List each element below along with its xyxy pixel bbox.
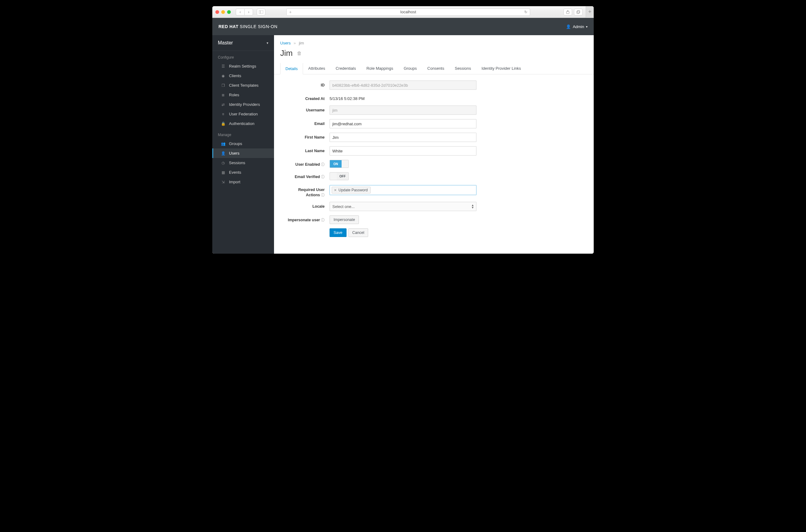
required-actions-input[interactable]: ✕ Update Password <box>330 185 476 195</box>
maximize-window-icon[interactable] <box>227 10 231 14</box>
back-button[interactable]: ‹ <box>236 8 244 15</box>
browser-chrome: ‹ › + localhost ↻ + <box>212 6 594 18</box>
tab-attributes[interactable]: Attributes <box>303 63 330 74</box>
save-button[interactable]: Save <box>330 228 347 237</box>
sidebar-item-label: Events <box>229 170 241 175</box>
user-enabled-toggle[interactable]: ON <box>330 160 349 168</box>
impersonate-button[interactable]: Impersonate <box>330 215 359 224</box>
close-window-icon[interactable] <box>215 10 219 14</box>
sidebar-item-label: Groups <box>229 141 242 146</box>
lock-icon: 🔒 <box>221 121 225 126</box>
tab-credentials[interactable]: Credentials <box>330 63 361 74</box>
sidebar-item-realm-settings[interactable]: ☰ Realm Settings <box>212 61 274 71</box>
user-icon: 👤 <box>566 24 571 29</box>
sliders-icon: ☰ <box>221 64 225 69</box>
main-content: Users » jim Jim 🗑 Details Attributes Cre… <box>274 35 594 254</box>
tabs: Details Attributes Credentials Role Mapp… <box>274 62 594 74</box>
user-label: Admin <box>573 24 584 29</box>
label-locale: Locale <box>280 202 330 209</box>
last-name-field[interactable] <box>330 146 476 155</box>
templates-icon: ❒ <box>221 83 225 88</box>
locale-select[interactable]: Select one... ▴▾ <box>330 202 476 211</box>
sidebar-item-clients[interactable]: ◉ Clients <box>212 71 274 80</box>
help-icon[interactable]: ⓘ <box>321 162 325 167</box>
nav-buttons: ‹ › <box>236 8 253 15</box>
clock-icon: ◷ <box>221 161 225 165</box>
label-id: ID <box>280 80 330 88</box>
sidebar-item-roles[interactable]: ≣ Roles <box>212 90 274 100</box>
forward-button[interactable]: › <box>244 8 253 15</box>
realm-selector[interactable]: Master ▾ <box>212 35 274 51</box>
user-menu[interactable]: 👤 Admin ▾ <box>566 24 588 29</box>
app-header: RED HAT SINGLE SIGN-ON 👤 Admin ▾ <box>212 18 594 35</box>
tab-groups[interactable]: Groups <box>398 63 422 74</box>
sidebar-item-label: Import <box>229 179 241 184</box>
svg-rect-4 <box>577 11 580 13</box>
cancel-button[interactable]: Cancel <box>348 228 368 237</box>
tab-identity-provider-links[interactable]: Identity Provider Links <box>476 63 526 74</box>
sidebar-item-sessions[interactable]: ◷ Sessions <box>212 158 274 168</box>
remove-tag-icon[interactable]: ✕ <box>334 188 337 192</box>
help-icon[interactable]: ⓘ <box>321 193 325 197</box>
email-field[interactable] <box>330 119 476 128</box>
trash-icon[interactable]: 🗑 <box>297 51 302 56</box>
import-icon: ⇲ <box>221 180 225 184</box>
page-title-row: Jim 🗑 <box>274 47 594 62</box>
label-email-verified: Email Verifiedⓘ <box>280 172 330 179</box>
sidebar-item-client-templates[interactable]: ❒ Client Templates <box>212 80 274 90</box>
tab-sessions[interactable]: Sessions <box>449 63 476 74</box>
sidebar-item-events[interactable]: ▦ Events <box>212 168 274 177</box>
sidebar-item-label: Clients <box>229 73 241 78</box>
sidebar-item-users[interactable]: 👤 Users <box>212 148 274 158</box>
sidebar-item-label: User Federation <box>229 112 258 116</box>
label-email: Email <box>280 119 330 126</box>
reload-icon[interactable]: ↻ <box>524 10 527 14</box>
sidebar-item-import[interactable]: ⇲ Import <box>212 177 274 187</box>
label-required-user-actions: Required User Actionsⓘ <box>280 185 330 197</box>
svg-rect-3 <box>577 11 579 14</box>
locale-placeholder: Select one... <box>332 204 354 209</box>
breadcrumb-root[interactable]: Users <box>280 41 291 45</box>
chrome-right-controls: + <box>563 8 591 15</box>
sidebar-item-label: Sessions <box>229 160 245 165</box>
new-tab-button[interactable]: + <box>586 6 594 18</box>
label-user-enabled: User Enabledⓘ <box>280 160 330 167</box>
created-at-value: 5/13/16 5:02:38 PM <box>330 94 476 101</box>
user-icon: 👤 <box>221 151 225 155</box>
sidebar-item-authentication[interactable]: 🔒 Authentication <box>212 119 274 128</box>
sidebar-item-label: Identity Providers <box>229 102 260 107</box>
sidebar-toggle-button[interactable] <box>257 8 265 15</box>
select-caret-icon: ▴▾ <box>472 204 474 209</box>
id-field <box>330 80 476 90</box>
database-icon: ≡ <box>221 112 225 116</box>
tab-details[interactable]: Details <box>280 63 303 74</box>
chevron-down-icon: ▾ <box>586 25 588 28</box>
first-name-field[interactable] <box>330 133 476 142</box>
label-created-at: Created At <box>280 94 330 101</box>
email-verified-toggle[interactable]: OFF <box>330 172 349 180</box>
tab-role-mappings[interactable]: Role Mappings <box>361 63 398 74</box>
sidebar-item-groups[interactable]: 👥 Groups <box>212 139 274 148</box>
breadcrumb-current: jim <box>299 41 304 45</box>
help-icon[interactable]: ⓘ <box>321 175 325 179</box>
brand-logo[interactable]: RED HAT SINGLE SIGN-ON <box>218 24 277 29</box>
help-icon[interactable]: ⓘ <box>321 218 325 222</box>
tab-consents[interactable]: Consents <box>422 63 449 74</box>
brand-thin: SINGLE SIGN-ON <box>238 24 278 29</box>
tabs-button[interactable] <box>574 8 582 15</box>
brand-bold: RED HAT <box>218 24 238 29</box>
list-icon: ≣ <box>221 93 225 97</box>
label-impersonate-user: Impersonate userⓘ <box>280 215 330 223</box>
toggle-handle <box>330 172 337 180</box>
exchange-icon: ⇄ <box>221 102 225 107</box>
sidebar-section-configure: Configure <box>212 51 274 61</box>
sidebar-item-label: Users <box>229 151 239 155</box>
sidebar-item-identity-providers[interactable]: ⇄ Identity Providers <box>212 100 274 109</box>
address-bar[interactable]: + localhost ↻ <box>286 8 530 16</box>
sidebar-item-user-federation[interactable]: ≡ User Federation <box>212 109 274 119</box>
tag-label: Update Password <box>339 188 368 192</box>
minimize-window-icon[interactable] <box>221 10 225 14</box>
user-form: ID Created At 5/13/16 5:02:38 PM Usernam… <box>274 74 552 244</box>
label-last-name: Last Name <box>280 146 330 153</box>
share-button[interactable] <box>563 8 572 15</box>
